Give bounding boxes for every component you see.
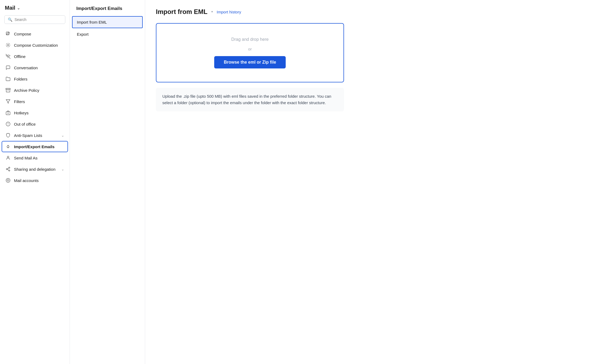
sidebar-label-offline: Offline — [14, 54, 26, 59]
info-box: Upload the .zip file (upto 500 MB) with … — [156, 88, 344, 111]
sidebar-label-anti-spam: Anti-Spam Lists — [14, 133, 42, 138]
sidebar-item-hotkeys[interactable]: Hotkeys — [0, 107, 70, 118]
drop-zone[interactable]: Drag and drop here or Browse the eml or … — [156, 23, 344, 82]
search-icon: 🔍 — [8, 17, 12, 22]
middle-nav-import-eml[interactable]: Import from EML — [72, 16, 143, 28]
main-content: Import from EML • Import history Drag an… — [145, 0, 616, 364]
search-input[interactable] — [15, 17, 62, 22]
sidebar: Mail ⌄ 🔍 Compose Compose Customization O… — [0, 0, 70, 364]
sidebar-item-mail-accounts[interactable]: Mail accounts — [0, 175, 70, 186]
search-box[interactable]: 🔍 — [4, 15, 65, 24]
middle-panel-title: Import/Export Emails — [70, 6, 145, 16]
mail-accounts-icon — [5, 178, 11, 183]
or-text: or — [248, 47, 252, 51]
anti-spam-icon — [5, 133, 11, 138]
app-title[interactable]: Mail ⌄ — [0, 5, 70, 15]
sidebar-label-mail-accounts: Mail accounts — [14, 178, 39, 183]
svg-point-21 — [7, 180, 9, 181]
sidebar-label-compose: Compose — [14, 32, 31, 36]
svg-point-14 — [7, 156, 9, 158]
middle-nav-import-eml-label: Import from EML — [77, 20, 107, 24]
app-title-text: Mail — [5, 5, 15, 11]
sidebar-label-archive-policy: Archive Policy — [14, 88, 39, 93]
sidebar-item-compose[interactable]: Compose — [0, 28, 70, 39]
sidebar-item-archive-policy[interactable]: Archive Policy — [0, 85, 70, 96]
sidebar-label-conversation: Conversation — [14, 65, 38, 70]
middle-nav-export[interactable]: Export — [70, 28, 145, 40]
separator: • — [211, 9, 213, 15]
sidebar-label-folders: Folders — [14, 77, 27, 81]
filters-icon — [5, 99, 11, 104]
svg-point-1 — [8, 45, 9, 46]
sidebar-item-filters[interactable]: Filters — [0, 96, 70, 107]
svg-marker-5 — [6, 100, 10, 103]
sharing-icon — [5, 167, 11, 172]
import-history-link[interactable]: Import history — [217, 10, 241, 14]
conversation-icon — [5, 65, 11, 70]
out-of-office-icon — [5, 122, 11, 126]
sidebar-label-hotkeys: Hotkeys — [14, 111, 28, 115]
sidebar-item-folders[interactable]: Folders — [0, 73, 70, 85]
sidebar-item-anti-spam[interactable]: Anti-Spam Lists ⌄ — [0, 130, 70, 141]
compose-custom-icon — [5, 43, 11, 48]
offline-icon — [5, 54, 11, 59]
sidebar-label-sharing-delegation: Sharing and delegation — [14, 167, 55, 172]
browse-button[interactable]: Browse the eml or Zip file — [214, 56, 286, 68]
main-header: Import from EML • Import history — [156, 8, 605, 16]
app-title-chevron: ⌄ — [17, 6, 20, 10]
svg-line-18 — [7, 169, 9, 170]
sidebar-item-import-export[interactable]: Import/Export Emails — [2, 141, 68, 152]
middle-panel: Import/Export Emails Import from EML Exp… — [70, 0, 145, 364]
sidebar-item-offline[interactable]: Offline — [0, 51, 70, 62]
anti-spam-chevron: ⌄ — [61, 133, 64, 137]
svg-point-20 — [6, 179, 10, 183]
import-export-icon — [5, 144, 11, 149]
svg-rect-3 — [6, 88, 10, 89]
sharing-chevron: ⌄ — [61, 167, 64, 171]
archive-icon — [5, 88, 11, 93]
sidebar-label-filters: Filters — [14, 99, 25, 104]
sidebar-label-out-of-office: Out of office — [14, 122, 36, 126]
svg-line-19 — [7, 168, 9, 169]
sidebar-item-sharing-delegation[interactable]: Sharing and delegation ⌄ — [0, 163, 70, 175]
sidebar-label-compose-customization: Compose Customization — [14, 43, 58, 48]
sidebar-item-compose-customization[interactable]: Compose Customization — [0, 39, 70, 51]
sidebar-item-out-of-office[interactable]: Out of office — [0, 118, 70, 130]
sidebar-label-import-export: Import/Export Emails — [14, 144, 55, 149]
info-text: Upload the .zip file (upto 500 MB) with … — [162, 93, 338, 106]
compose-icon — [5, 31, 11, 36]
drag-drop-text: Drag and drop here — [231, 37, 269, 42]
folders-icon — [5, 77, 11, 81]
sidebar-item-send-mail-as[interactable]: Send Mail As — [0, 152, 70, 163]
sidebar-item-conversation[interactable]: Conversation — [0, 62, 70, 73]
middle-nav-export-label: Export — [77, 32, 88, 37]
send-mail-as-icon — [5, 155, 11, 160]
hotkeys-icon — [5, 110, 11, 115]
sidebar-label-send-mail-as: Send Mail As — [14, 156, 38, 160]
page-title: Import from EML — [156, 8, 207, 16]
